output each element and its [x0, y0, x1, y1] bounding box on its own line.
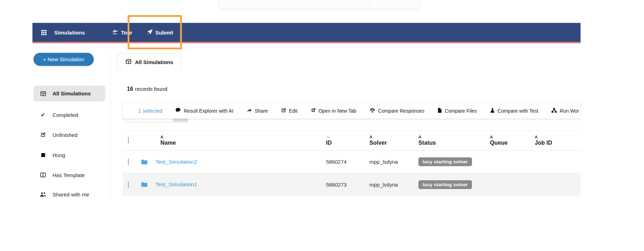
chat-icon: [175, 107, 181, 114]
selection-toolbar: 1 selected Result Explorer with AI Share…: [123, 103, 581, 119]
check-icon: ✓: [39, 112, 47, 118]
column-header-queue[interactable]: A Queue: [490, 135, 535, 146]
top-dialog-remnant: [219, 0, 420, 8]
sitemap-icon: [551, 108, 557, 114]
tab-all-simulations[interactable]: All Simulations: [117, 54, 181, 70]
table-icon: [125, 59, 131, 65]
file-icon: [437, 108, 442, 114]
dropdown-remnant[interactable]: [124, 119, 188, 123]
column-header-name[interactable]: A Name: [155, 135, 326, 146]
sidebar-item-completed[interactable]: ✓ Completed: [33, 108, 105, 121]
records-label: records found: [135, 86, 167, 92]
app-root: Simulations Tour Submit + New Simulation…: [0, 0, 644, 251]
navbar: Simulations Tour Submit: [32, 23, 581, 43]
cell-solver: mpp_lsdyna: [369, 159, 418, 165]
action-label: Share: [255, 108, 268, 114]
cell-solver: mpp_lsdyna: [369, 182, 418, 188]
sidebar-item-label: Has Template: [53, 172, 85, 178]
action-label: Compare with Test: [498, 108, 539, 114]
sidebar-item-label: Unfinished: [53, 132, 78, 138]
table-header: A Name ↑↓ ID A Solver A Status A Queue A…: [123, 130, 581, 151]
table-row: Test_Simulation2 5860274 mpp_lsdyna lucy…: [123, 151, 581, 173]
cell-id: 5860274: [326, 159, 369, 165]
status-badge: lucy starting solver: [418, 180, 472, 189]
row-checkbox[interactable]: [128, 158, 129, 165]
sidebar-item-shared-with-me[interactable]: Shared with me: [33, 188, 105, 201]
selected-count: 1 selected: [138, 108, 162, 114]
sort-indicator: A: [535, 135, 581, 139]
action-label: Run Wor: [560, 108, 579, 114]
sidebar-item-label: Completed: [53, 112, 78, 118]
compare-responses-button[interactable]: Compare Responses: [369, 107, 425, 114]
sort-arrows-icon: ↑↓: [326, 135, 369, 139]
sidebar-divider: [110, 55, 110, 198]
sort-indicator: A: [369, 135, 418, 139]
status-badge: lucy starting solver: [418, 157, 472, 166]
annotation-highlight-box: [128, 15, 182, 49]
column-header-id[interactable]: ↑↓ ID: [326, 135, 369, 146]
top-dialog-button-remnant: [354, 1, 369, 8]
table-row: Test_Simulation1 5860273 mpp_lsdyna lucy…: [123, 173, 581, 196]
flask-icon: [490, 108, 495, 114]
sidebar-item-all-simulations[interactable]: All Simulations: [33, 86, 105, 101]
action-label: Compare Files: [445, 108, 477, 114]
column-header-job-id[interactable]: A Job ID: [535, 135, 581, 146]
sidebar-item-unfinished[interactable]: Unfinished: [33, 128, 105, 141]
folder-icon[interactable]: [141, 182, 155, 187]
action-label: Result Explorer with AI: [184, 108, 233, 114]
sort-indicator: A: [160, 135, 326, 139]
external-link-icon: [311, 108, 316, 114]
sidebar-item-label: Shared with me: [53, 192, 89, 197]
template-icon: [39, 172, 47, 178]
tab-label: All Simulations: [135, 59, 173, 65]
apps-grid-icon[interactable]: [41, 30, 47, 36]
edit-icon: [39, 132, 47, 138]
nav-item-simulations[interactable]: Simulations: [54, 30, 85, 36]
action-label: Compare Responses: [378, 108, 425, 114]
action-label: Edit: [289, 108, 298, 114]
run-workflow-button[interactable]: Run Wor: [551, 108, 579, 114]
sidebar-item-label: Hung: [53, 152, 65, 158]
compare-files-button[interactable]: Compare Files: [437, 108, 477, 114]
row-checkbox[interactable]: [128, 181, 129, 188]
sort-indicator: A: [418, 135, 490, 139]
share-icon: [246, 108, 252, 114]
new-simulation-button[interactable]: + New Simulation: [33, 53, 94, 66]
compare-with-test-button[interactable]: Compare with Test: [490, 108, 539, 114]
select-all-checkbox[interactable]: [128, 137, 129, 144]
edit-button[interactable]: Edit: [281, 108, 298, 114]
edit-icon: [281, 108, 286, 114]
open-in-new-tab-button[interactable]: Open in New Tab: [311, 108, 356, 114]
square-icon: [39, 153, 47, 157]
dropdown-grip: [173, 119, 188, 122]
folder-icon[interactable]: [141, 159, 155, 165]
column-header-status[interactable]: A Status: [418, 135, 490, 146]
scale-icon: [369, 107, 375, 114]
records-count: 16: [127, 86, 133, 92]
sidebar-item-hung[interactable]: Hung: [33, 149, 105, 161]
cell-id: 5860273: [326, 182, 369, 188]
sort-indicator: A: [490, 135, 535, 139]
sidebar-item-has-template[interactable]: Has Template: [33, 169, 105, 181]
action-label: Open in New Tab: [319, 108, 356, 114]
table-icon: [39, 91, 47, 96]
simulation-name-link[interactable]: Test_Simulation1: [155, 181, 197, 187]
share-button[interactable]: Share: [246, 108, 268, 114]
simulation-name-link[interactable]: Test_Simulation2: [155, 159, 197, 165]
plane-takeoff-icon: [112, 29, 118, 36]
result-explorer-ai-button[interactable]: Result Explorer with AI: [175, 107, 233, 114]
users-icon: [39, 192, 47, 197]
records-count-line: 16records found: [127, 86, 167, 92]
sidebar-item-label: All Simulations: [53, 90, 91, 96]
column-header-solver[interactable]: A Solver: [369, 135, 418, 146]
